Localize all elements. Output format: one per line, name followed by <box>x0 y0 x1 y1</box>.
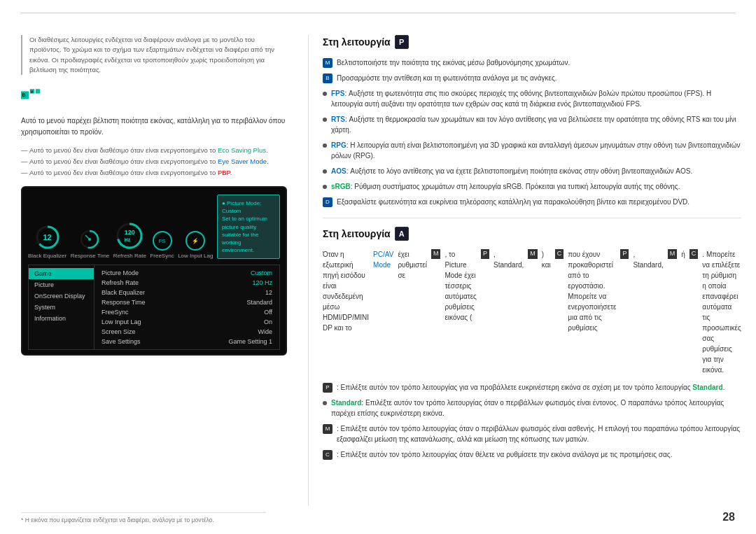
section1-title: Στη λειτουργία P <box>323 35 741 49</box>
note-eye: Αυτό το μενού δεν είναι διαθέσιμο όταν ε… <box>21 157 287 165</box>
save-label: Save Settings <box>102 338 141 345</box>
freesync-gauge: FS FreeSync <box>150 231 174 259</box>
refresh-label: Refresh Rate <box>102 279 139 286</box>
bullet-s2-standard: Standard: Επιλέξτε αυτόν τον τρόπο λειτο… <box>323 398 741 419</box>
page-number: 28 <box>722 511 735 524</box>
monitor-display: 12 Black Equalizer <box>21 186 287 356</box>
eco-link[interactable]: Eco Saving Plus <box>218 146 266 154</box>
bullet-srgb: sRGB: Ρύθμιση συστήματος χρωμάτων στη λε… <box>323 181 741 192</box>
section2-icon: A <box>395 227 409 241</box>
tooltip-dot: ● <box>222 200 225 206</box>
save-value: Game Setting 1 <box>228 338 272 345</box>
bullet-text-std: Standard: Επιλέξτε αυτόν τον τρόπο λειτο… <box>331 398 741 419</box>
section2-title-text: Στη λειτουργία <box>323 228 391 239</box>
bullet-dot-srgb <box>323 185 327 189</box>
menu-row-response: Response Time Standard <box>99 297 275 307</box>
eye-link[interactable]: Eye Saver Mode <box>218 157 267 165</box>
monitor-tooltip: ● Picture Mode: Custom Set to an optimum… <box>217 195 280 259</box>
menu-panel: Game Picture OnScreen Display System Inf… <box>28 265 280 350</box>
section1-icon: P <box>395 35 409 49</box>
low-input-lag-icon: ⚡ <box>186 231 205 251</box>
blackeq-label: Black Equalizer <box>102 289 145 296</box>
bullet-text-contrast: Προσαρμόστε την αντίθεση και τη φωτεινότ… <box>337 73 557 83</box>
picture-mode-label: Picture Mode <box>102 269 139 276</box>
bullet-dot-fps <box>323 92 327 96</box>
menu-item-system[interactable]: System <box>29 302 94 313</box>
intro-note: Οι διαθέσιμες λειτουργίες ενδέχεται να δ… <box>21 35 287 75</box>
refresh-value: 120 Hz <box>252 279 272 286</box>
svg-rect-2 <box>36 89 40 93</box>
response-time-label: Response Time <box>71 253 110 259</box>
menu-item-game[interactable]: Game <box>29 268 94 279</box>
menu-row-refresh: Refresh Rate 120 Hz <box>99 278 275 288</box>
bullet-icon-d: D <box>323 197 332 207</box>
section2-title: Στη λειτουργία A <box>323 227 741 241</box>
left-column: Οι διαθέσιμες λειτουργίες ενδέχεται να δ… <box>21 35 287 506</box>
ss-value: Wide <box>258 328 272 335</box>
bullet-rpg: RPG: Η λειτουργία αυτή είναι βελτιστοποι… <box>323 140 741 161</box>
menu-row-blackeq: Black Equalizer 12 <box>99 288 275 297</box>
menu-row-savesettings: Save Settings Game Setting 1 <box>99 337 275 346</box>
product-desc: Αυτό το μενού παρέχει βέλτιστη ποιότητα … <box>21 115 287 138</box>
brand-icon: B M <box>21 87 49 108</box>
svg-text:B: B <box>22 92 26 98</box>
bullet-dot-aos <box>323 169 327 174</box>
section-divider <box>323 218 741 218</box>
bullet-icon-m: M <box>323 58 332 68</box>
bullet-calibrate: M Βελτιστοποιήστε την ποιότητα της εικόν… <box>323 57 741 68</box>
bullet-s2-custom: C : Επιλέξτε αυτόν τον τρόπο λειτουργίας… <box>323 449 741 460</box>
menu-left: Game Picture OnScreen Display System Inf… <box>28 265 94 350</box>
black-equalizer-gauge: 12 Black Equalizer <box>28 224 66 259</box>
blackeq-value: 12 <box>265 289 272 296</box>
bullet-text-m2: : Επιλέξτε αυτόν τον τρόπο λειτουργίας ό… <box>337 423 741 444</box>
menu-row-lowinput: Low Input Lag On <box>99 317 275 327</box>
page-container: Οι διαθέσιμες λειτουργίες ενδέχεται να δ… <box>0 0 756 534</box>
low-input-lag-label: Low Input Lag <box>178 253 213 259</box>
freesync-icon: FS <box>153 231 172 251</box>
bullet-text-fps: FPS: Αυξήστε τη φωτεινότητα στις πιο σκο… <box>331 88 741 109</box>
bullet-text-p: : Επιλέξτε αυτόν τον τρόπο λειτουργίας γ… <box>337 382 724 393</box>
menu-item-information[interactable]: Information <box>29 313 94 324</box>
refresh-rate-gauge: 120Hz Refresh Rate <box>113 221 146 259</box>
bullet-text-dvd: Εξασφαλίστε φωτεινότητα και ευκρίνεια τη… <box>337 197 690 207</box>
bullet-text-calibrate: Βελτιστοποιήστε την ποιότητα της εικόνας… <box>337 57 570 68</box>
menu-item-picture[interactable]: Picture <box>29 279 94 290</box>
black-eq-value: 12 <box>43 233 51 241</box>
section2-intro: Όταν η εξωτερική πηγή εισόδου είναι συνδ… <box>323 249 741 375</box>
bullet-s2-picture: P : Επιλέξτε αυτόν τον τρόπο λειτουργίας… <box>323 382 741 393</box>
menu-row-freesync: FreeSync Off <box>99 307 275 317</box>
menu-item-onscreen[interactable]: OnScreen Display <box>29 290 94 302</box>
bullet-icon-c: C <box>323 450 332 460</box>
bullet-aos: AOS: Αυξήστε το λόγο αντίθεσης για να έχ… <box>323 166 741 176</box>
section1-bullets: M Βελτιστοποιήστε την ποιότητα της εικόν… <box>323 57 741 207</box>
bullet-icon-p: P <box>323 383 332 393</box>
black-eq-label: Black Equalizer <box>28 253 66 259</box>
right-column: Στη λειτουργία P M Βελτιστοποιήστε την π… <box>308 35 741 506</box>
bottom-note: * Η εικόνα που εμφανίζεται ενδέχεται να … <box>21 512 266 524</box>
bullet-icon-b: B <box>323 73 332 83</box>
pbp-link[interactable]: PBP <box>218 169 230 176</box>
response-value: Standard <box>246 299 272 306</box>
bullet-contrast: B Προσαρμόστε την αντίθεση και τη φωτειν… <box>323 73 741 83</box>
picture-mode-value: Custom <box>251 269 272 276</box>
bullet-text-srgb: sRGB: Ρύθμιση συστήματος χρωμάτων στη λε… <box>331 181 680 192</box>
svg-text:M: M <box>31 90 34 94</box>
bullet-text-aos: AOS: Αυξήστε το λόγο αντίθεσης για να έχ… <box>331 166 692 176</box>
section1-title-text: Στη λειτουργία <box>323 36 391 48</box>
ss-label: Screen Size <box>102 328 136 335</box>
response-label: Response Time <box>102 299 146 306</box>
content-area: Οι διαθέσιμες λειτουργίες ενδέχεται να δ… <box>21 35 735 506</box>
note-eco: Αυτό το μενού δεν είναι διαθέσιμο όταν ε… <box>21 146 287 154</box>
bullet-dvd: D Εξασφαλίστε φωτεινότητα και ευκρίνεια … <box>323 197 741 207</box>
svg-point-10 <box>88 238 91 241</box>
freesync-label: FreeSync <box>150 253 174 259</box>
fs-label: FreeSync <box>102 309 129 316</box>
bullet-text-rpg: RPG: Η λειτουργία αυτή είναι βελτιστοποι… <box>331 140 741 161</box>
li-label: Low Input Lag <box>102 318 141 325</box>
section2-bullets: P : Επιλέξτε αυτόν τον τρόπο λειτουργίας… <box>323 382 741 460</box>
bullet-rts: RTS: Αυξήστε τη θερμοκρασία των χρωμάτων… <box>323 114 741 135</box>
top-border <box>21 13 735 13</box>
low-input-lag-gauge: ⚡ Low Input Lag <box>178 231 213 259</box>
bullet-dot-rts <box>323 118 327 122</box>
response-time-gauge: Response Time <box>71 228 110 259</box>
